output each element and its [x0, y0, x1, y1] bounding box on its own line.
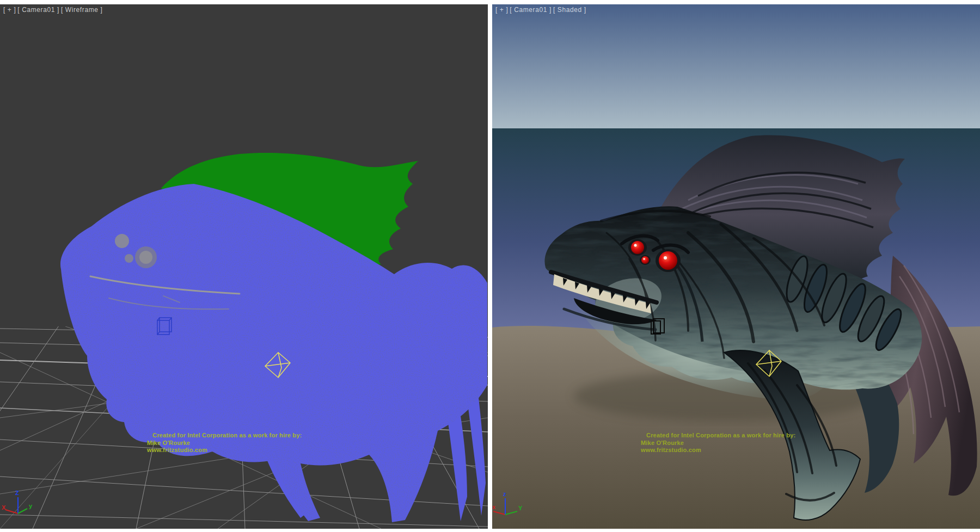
viewport-label-right: [ + ][ Camera01 ][ Shaded ] [495, 6, 588, 14]
viewport-label-left: [ + ][ Camera01 ][ Wireframe ] [3, 6, 104, 14]
credit-text: Created for Intel Corporation as a work … [641, 432, 795, 454]
fish-body-wireframe[interactable] [60, 184, 487, 522]
eye-small-mid [641, 256, 649, 264]
credit-line: Mike O'Rourke [147, 440, 302, 447]
viewport-menu-camera[interactable]: [ Camera01 ] [17, 6, 59, 14]
viewport-menu-camera[interactable]: [ Camera01 ] [510, 6, 552, 14]
axis-y-label: Y [518, 505, 523, 511]
axis-x-label: X [2, 504, 6, 511]
credit-line: www.fritzstudio.com [147, 447, 302, 454]
viewport-shaded[interactable]: [ + ][ Camera01 ][ Shaded ] [492, 4, 980, 529]
eye-large [659, 251, 677, 270]
credit-line: Created for Intel Corporation as a work … [646, 432, 795, 440]
viewport-wireframe[interactable]: [ + ][ Camera01 ][ Wireframe ] [0, 4, 488, 529]
viewport-divider [488, 0, 492, 532]
sky-background [492, 4, 980, 128]
eye-small-upper [631, 241, 644, 254]
credit-line: Created for Intel Corporation as a work … [152, 432, 302, 440]
viewport-menu-expand[interactable]: [ + ] [3, 6, 16, 14]
axis-z-label: Z [15, 490, 19, 496]
credit-line: Mike O'Rourke [641, 440, 795, 447]
viewport-menu-shading[interactable]: [ Wireframe ] [61, 6, 102, 14]
dual-viewport-canvas: [ + ][ Camera01 ][ Wireframe ] [0, 0, 980, 532]
axis-y-label: y [29, 503, 33, 509]
axis-z-label: z [503, 491, 506, 497]
credit-text: Created for Intel Corporation as a work … [147, 432, 302, 454]
viewport-menu-expand[interactable]: [ + ] [495, 6, 508, 14]
axis-x-label: x [492, 504, 496, 510]
viewport-menu-shading[interactable]: [ Shaded ] [553, 6, 586, 14]
credit-line: www.fritzstudio.com [641, 447, 795, 454]
